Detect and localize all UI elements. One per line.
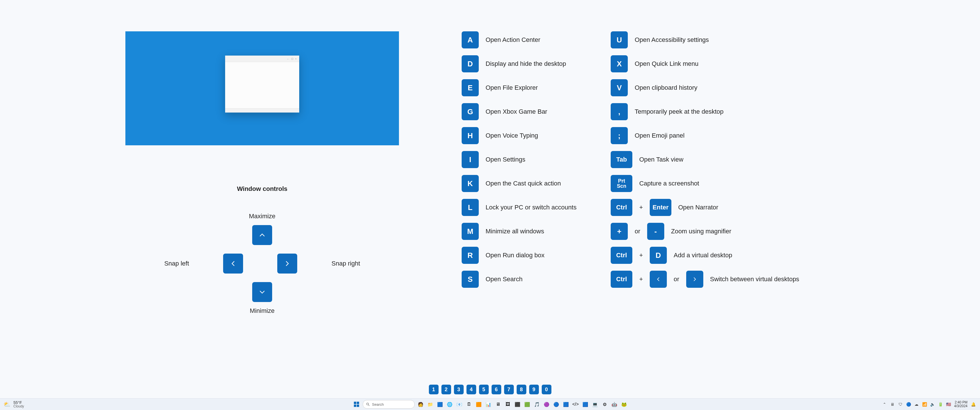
snap-left-label: Snap left xyxy=(164,260,189,267)
tray-icon-5[interactable]: 📶 xyxy=(921,402,927,407)
taskbar-app-21[interactable]: 🐸 xyxy=(620,400,628,408)
arrow-down-button[interactable] xyxy=(252,282,272,302)
tray-icon-4[interactable]: ☁ xyxy=(913,402,919,407)
number-key-6[interactable]: 6 xyxy=(492,385,501,394)
separator-or: or xyxy=(674,275,679,283)
shortcut-row: ;Open Emoji panel xyxy=(611,127,799,144)
number-key-9[interactable]: 9 xyxy=(529,385,539,394)
taskbar-app-20[interactable]: 🤖 xyxy=(610,400,619,408)
chevron-left-icon xyxy=(229,260,237,267)
taskbar-app-6[interactable]: 🟧 xyxy=(474,400,483,408)
taskbar-app-10[interactable]: ⬛ xyxy=(513,400,522,408)
shortcut-desc: Open Settings xyxy=(485,156,525,163)
shortcut-column-1: AOpen Action CenterDDisplay and hide the… xyxy=(461,31,576,315)
key-h: H xyxy=(461,127,479,144)
key-box: , xyxy=(611,103,628,120)
number-key-2[interactable]: 2 xyxy=(441,385,451,394)
number-key-4[interactable]: 4 xyxy=(466,385,476,394)
key-tab: Tab xyxy=(611,151,632,168)
chevron-left-icon xyxy=(655,277,661,282)
key-l: L xyxy=(461,199,479,216)
taskbar-app-8[interactable]: 🖥 xyxy=(494,400,503,408)
taskbar-app-1[interactable]: 📁 xyxy=(426,400,434,408)
start-button[interactable] xyxy=(352,400,361,409)
shortcut-desc: Open Run dialog box xyxy=(485,251,544,259)
taskbar-app-12[interactable]: 🎵 xyxy=(533,400,541,408)
notifications-icon[interactable]: 🔔 xyxy=(970,402,976,407)
arrow-right-button[interactable] xyxy=(277,254,297,273)
taskbar-left: ⛅ 55°F Cloudy xyxy=(0,400,24,408)
shortcut-row: GOpen Xbox Game Bar xyxy=(461,103,576,120)
svg-rect-2 xyxy=(354,405,356,407)
key-box: U xyxy=(611,31,628,48)
weather-temp: 55°F xyxy=(13,400,24,405)
keyboard-shortcut-overlay: – ▢ × Window controls Maximize Snap left xyxy=(0,0,980,315)
key-box: V xyxy=(611,79,628,96)
number-key-8[interactable]: 8 xyxy=(517,385,527,394)
key-m: M xyxy=(461,223,479,240)
taskbar-app-14[interactable]: 🔵 xyxy=(552,400,560,408)
shortcut-desc: Open Action Center xyxy=(485,36,540,44)
taskbar-right: ⌃🖥🛡🔵☁📶🔈🔋🇺🇸 2:40 PM 4/3/2024 🔔 xyxy=(882,400,980,408)
shortcut-row: ROpen Run dialog box xyxy=(461,247,576,264)
taskbar-app-18[interactable]: 💻 xyxy=(591,400,599,408)
taskbar-app-19[interactable]: ⚙ xyxy=(600,400,609,408)
arrow-up-button[interactable] xyxy=(252,225,272,245)
taskbar-app-0[interactable]: 🧑 xyxy=(416,400,425,408)
taskbar-app-2[interactable]: 🟦 xyxy=(436,400,444,408)
weather-icon[interactable]: ⛅ xyxy=(3,401,11,408)
maximize-label: Maximize xyxy=(249,213,275,220)
tray-icon-2[interactable]: 🛡 xyxy=(898,402,904,407)
shortcut-desc: Open Task view xyxy=(639,156,683,163)
tray-icon-1[interactable]: 🖥 xyxy=(890,402,896,407)
weather-widget[interactable]: 55°F Cloudy xyxy=(13,400,24,408)
shortcut-row: +or-Zoom using magnifier xyxy=(611,223,799,240)
taskbar-app-15[interactable]: 🟦 xyxy=(562,400,570,408)
taskbar-app-7[interactable]: 📊 xyxy=(484,400,493,408)
number-key-1[interactable]: 1 xyxy=(429,385,439,394)
shortcut-desc: Zoom using magnifier xyxy=(671,228,732,235)
taskbar-app-13[interactable]: 🟣 xyxy=(542,400,551,408)
window-min-dot: – xyxy=(287,57,290,60)
taskbar[interactable]: ⛅ 55°F Cloudy Search 🧑📁🟦🌐📧🗓🟧📊🖥🖼⬛🟩🎵🟣🔵🟦</>… xyxy=(0,398,980,410)
number-key-0[interactable]: 0 xyxy=(542,385,551,394)
shortcut-row: UOpen Accessibility settings xyxy=(611,31,799,48)
key-g: G xyxy=(461,103,479,120)
shortcut-row: Prt ScnCapture a screenshot xyxy=(611,175,799,192)
shortcut-row: KOpen the Cast quick action xyxy=(461,175,576,192)
taskbar-app-17[interactable]: 🟦 xyxy=(581,400,590,408)
tray-icon-7[interactable]: 🔋 xyxy=(937,402,943,407)
shortcut-desc: Open Quick Link menu xyxy=(635,60,698,68)
key-i: I xyxy=(461,151,479,168)
taskbar-app-9[interactable]: 🖼 xyxy=(504,400,512,408)
taskbar-app-5[interactable]: 🗓 xyxy=(465,400,473,408)
number-key-7[interactable]: 7 xyxy=(504,385,514,394)
tray-icon-0[interactable]: ⌃ xyxy=(882,402,888,407)
shortcut-desc: Open Xbox Game Bar xyxy=(485,108,547,115)
key-plus: + xyxy=(611,223,628,240)
shortcut-row: MMinimize all windows xyxy=(461,223,576,240)
arrow-left-button[interactable] xyxy=(223,254,243,273)
tray-icon-8[interactable]: 🇺🇸 xyxy=(945,402,951,407)
taskbar-app-4[interactable]: 📧 xyxy=(455,400,464,408)
key-enter: Enter xyxy=(650,199,671,216)
taskbar-app-11[interactable]: 🟩 xyxy=(523,400,531,408)
key-d: D xyxy=(461,55,479,72)
key-prtscn: Prt Scn xyxy=(611,175,632,192)
search-icon xyxy=(366,402,370,406)
taskbar-clock[interactable]: 2:40 PM 4/3/2024 xyxy=(954,400,967,408)
taskbar-search[interactable]: Search xyxy=(363,400,415,408)
taskbar-app-3[interactable]: 🌐 xyxy=(445,400,454,408)
key-ctrl: Ctrl xyxy=(611,271,632,288)
shortcut-desc: Open File Explorer xyxy=(485,84,538,91)
svg-line-5 xyxy=(368,405,369,406)
tray-icon-6[interactable]: 🔈 xyxy=(929,402,935,407)
shortcut-desc: Open Narrator xyxy=(678,204,718,211)
shortcut-desc: Capture a screenshot xyxy=(639,180,699,187)
number-key-3[interactable]: 3 xyxy=(454,385,464,394)
tray-icon-3[interactable]: 🔵 xyxy=(905,402,911,407)
number-key-5[interactable]: 5 xyxy=(479,385,489,394)
taskbar-center: Search 🧑📁🟦🌐📧🗓🟧📊🖥🖼⬛🟩🎵🟣🔵🟦</>🟦💻⚙🤖🐸 xyxy=(352,400,628,409)
taskbar-app-16[interactable]: </> xyxy=(571,400,580,408)
shortcut-desc: Minimize all windows xyxy=(485,228,544,235)
